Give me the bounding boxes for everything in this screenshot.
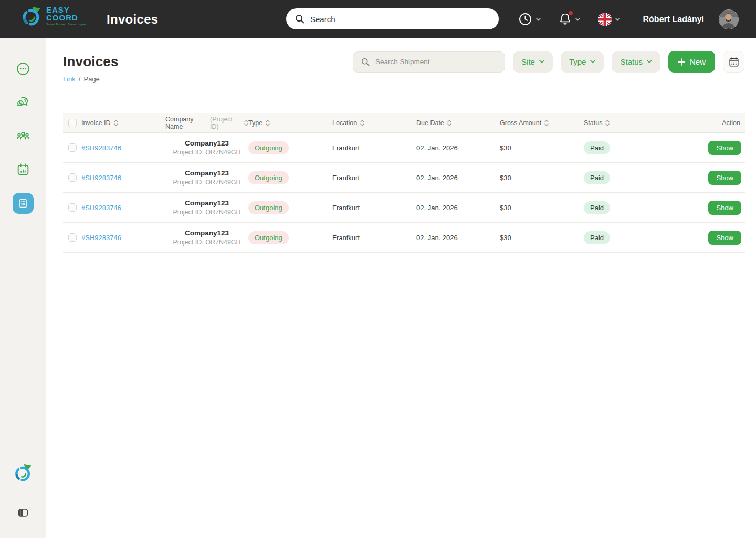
site-filter-button[interactable]: Site <box>513 51 553 73</box>
notification-dot <box>569 11 573 15</box>
chevron-down-icon <box>647 60 652 64</box>
company-name: Company123 <box>185 139 229 147</box>
chevron-down-icon <box>575 18 580 21</box>
row-checkbox-cell <box>63 143 81 152</box>
status-badge: Paid <box>584 141 610 154</box>
sort-icon <box>266 120 270 126</box>
collapse-sidebar-button[interactable] <box>17 506 29 519</box>
sidebar-item-invoices[interactable] <box>13 193 34 214</box>
sidebar: ? <box>0 38 46 538</box>
search-icon <box>295 14 305 24</box>
sort-icon <box>360 120 364 126</box>
company-cell: Company123 Project ID: OR7N49GH <box>165 199 248 216</box>
app-root: EASY COORD Smart Moves. Green Impact Inv… <box>0 0 756 538</box>
project-id-value: OR7N49GH <box>205 209 240 216</box>
due-date-cell: 02. Jan. 2026 <box>416 204 500 212</box>
column-label: Gross Amount <box>500 119 541 127</box>
column-header-location[interactable]: Location <box>332 119 416 127</box>
project-id-label: Project ID: <box>173 209 203 216</box>
column-label: Location <box>332 119 357 127</box>
collapse-sidebar-icon <box>17 506 29 519</box>
calendar-icon <box>728 56 740 68</box>
shipment-search-input[interactable] <box>375 58 497 66</box>
language-menu-button[interactable] <box>596 11 622 28</box>
status-filter-label: Status <box>620 57 643 66</box>
table-header-row: Invoice ID Company Name(Project ID) Type… <box>63 113 746 133</box>
invoice-id-cell: #SH9283746 <box>81 174 165 182</box>
row-checkbox[interactable] <box>68 143 77 152</box>
company-name: Company123 <box>185 169 229 177</box>
column-header-action: Action <box>668 119 746 127</box>
show-button[interactable]: Show <box>708 171 741 185</box>
project-id: Project ID: OR7N49GH <box>173 239 240 246</box>
show-button[interactable]: Show <box>708 201 741 215</box>
site-filter-label: Site <box>521 57 535 66</box>
invoice-id-link[interactable]: #SH9283746 <box>81 234 121 242</box>
app-logo: EASY COORD Smart Moves. Green Impact <box>21 5 88 27</box>
breadcrumb-link[interactable]: Link <box>63 75 76 83</box>
column-header-type[interactable]: Type <box>248 119 332 127</box>
gross-amount-cell: $30 <box>500 204 584 212</box>
column-header-gross-amount[interactable]: Gross Amount <box>500 119 584 127</box>
company-cell: Company123 Project ID: OR7N49GH <box>165 169 248 186</box>
invoice-id-link[interactable]: #SH9283746 <box>81 174 121 182</box>
status-cell: Paid <box>584 141 668 154</box>
sort-icon <box>114 120 118 126</box>
breadcrumb-separator: / <box>79 75 81 83</box>
type-badge: Outgoing <box>248 141 289 154</box>
location-cell: Franfkurt <box>332 174 416 182</box>
user-name: Róbert Ladányi <box>643 15 704 24</box>
sidebar-item-support[interactable]: ? <box>13 92 34 113</box>
project-id: Project ID: OR7N49GH <box>173 209 240 216</box>
header-checkbox-cell <box>63 119 81 127</box>
clock-menu-button[interactable] <box>516 10 543 28</box>
table-row: #SH9283746 Company123 Project ID: OR7N49… <box>63 193 746 223</box>
sidebar-item-more[interactable] <box>13 58 34 79</box>
chevron-down-icon <box>615 18 620 21</box>
status-cell: Paid <box>584 171 668 184</box>
plus-icon <box>678 58 685 66</box>
chevron-down-icon <box>539 60 544 64</box>
status-filter-button[interactable]: Status <box>612 51 660 73</box>
notifications-menu-button[interactable] <box>556 10 582 28</box>
company-cell: Company123 Project ID: OR7N49GH <box>165 229 248 246</box>
row-checkbox-cell <box>63 203 81 212</box>
row-checkbox[interactable] <box>68 173 77 182</box>
sidebar-item-team[interactable] <box>13 126 34 147</box>
type-filter-button[interactable]: Type <box>561 51 604 73</box>
avatar[interactable] <box>719 9 739 29</box>
shipment-search <box>353 51 505 73</box>
calendar-button[interactable] <box>723 51 744 73</box>
invoice-id-link[interactable]: #SH9283746 <box>81 144 121 152</box>
company-name: Company123 <box>185 199 229 207</box>
toolbar: Site Type Status <box>353 51 744 73</box>
column-header-invoice-id[interactable]: Invoice ID <box>81 119 165 127</box>
column-label: Action <box>722 119 740 127</box>
invoice-id-link[interactable]: #SH9283746 <box>81 204 121 212</box>
sidebar-item-schedule[interactable] <box>13 159 34 180</box>
column-header-status[interactable]: Status <box>584 119 668 127</box>
column-header-company[interactable]: Company Name(Project ID) <box>165 116 248 130</box>
sort-icon <box>447 120 452 126</box>
show-button[interactable]: Show <box>708 141 741 155</box>
column-label: Type <box>248 119 262 127</box>
due-date-cell: 02. Jan. 2026 <box>416 144 500 152</box>
sidebar-footer <box>14 462 33 538</box>
column-header-due-date[interactable]: Due Date <box>416 119 500 127</box>
row-checkbox[interactable] <box>68 203 77 212</box>
global-search <box>286 8 499 29</box>
global-search-input[interactable] <box>310 15 490 24</box>
search-icon <box>361 57 370 67</box>
row-checkbox-cell <box>63 173 81 182</box>
invoices-icon <box>17 197 29 210</box>
invoice-id-cell: #SH9283746 <box>81 234 165 242</box>
project-id: Project ID: OR7N49GH <box>173 149 240 156</box>
type-cell: Outgoing <box>248 201 332 214</box>
select-all-checkbox[interactable] <box>68 119 77 127</box>
row-checkbox[interactable] <box>68 233 77 242</box>
company-cell: Company123 Project ID: OR7N49GH <box>165 139 248 156</box>
new-invoice-button[interactable]: New <box>668 51 715 73</box>
schedule-report-icon <box>16 162 30 177</box>
project-id-value: OR7N49GH <box>205 239 240 246</box>
show-button[interactable]: Show <box>708 231 741 245</box>
